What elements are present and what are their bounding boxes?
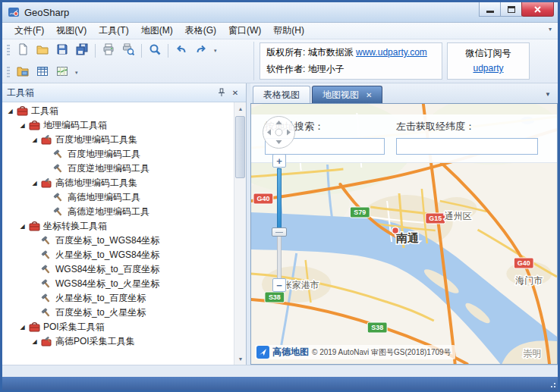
tree-item[interactable]: ◢高德地理编码工具集 <box>2 176 234 190</box>
map-pan-compass[interactable] <box>262 115 296 149</box>
zoom-in-button[interactable]: + <box>272 154 286 168</box>
map-label-haimen: 海门市 <box>515 275 543 286</box>
map-marker[interactable] <box>392 227 399 234</box>
tree-item[interactable]: 百度地理编码工具 <box>2 147 234 162</box>
tree-item-label: 高德逆地理编码工具 <box>65 205 149 218</box>
new-button[interactable] <box>14 42 32 59</box>
latlng-input[interactable] <box>396 138 538 155</box>
tree-expander-icon[interactable]: ◢ <box>17 122 27 129</box>
tree-item[interactable]: 火星坐标_to_WGS84坐标 <box>2 248 234 262</box>
tree-item[interactable]: 高德逆地理编码工具 <box>2 205 234 219</box>
tree-expander-icon[interactable]: ◢ <box>30 180 39 187</box>
new-icon <box>17 43 29 58</box>
save-button[interactable] <box>53 42 71 59</box>
tree-scrollbar[interactable]: ▲ ▼ <box>234 102 246 365</box>
search-button[interactable] <box>146 42 164 59</box>
copyright-card: 版权所有: 城市数据派 www.udparty.com 软件作者: 地理小子 <box>260 42 442 80</box>
wechat-label: 微信订阅号 <box>448 47 529 60</box>
tree-item[interactable]: 火星坐标_to_百度坐标 <box>2 291 234 306</box>
tree-item[interactable]: ◢高德POI采集工具集 <box>2 334 234 349</box>
menu-item-view[interactable]: 视图(V) <box>50 22 93 39</box>
close-icon <box>533 5 542 14</box>
print-button[interactable] <box>99 42 118 59</box>
titlebar: GeoSharp <box>2 2 558 23</box>
tab-map-view[interactable]: 地图视图 ✕ <box>312 86 382 103</box>
tree-item[interactable]: ◢百度地理编码工具集 <box>2 133 234 147</box>
tree-item[interactable]: WGS84坐标_to_百度坐标 <box>2 262 234 277</box>
toolbox-icon <box>27 322 41 332</box>
print-preview-button[interactable] <box>119 42 137 59</box>
copyright-link[interactable]: www.udparty.com <box>356 47 427 58</box>
minimize-button[interactable] <box>479 2 501 17</box>
toolbar-grip[interactable] <box>7 67 10 79</box>
tool-icon <box>39 236 53 246</box>
open-button[interactable] <box>33 42 52 59</box>
zoom-slider-fill <box>277 168 282 230</box>
toolbar-grip[interactable] <box>7 45 10 57</box>
copyright-label: 版权所有: <box>266 47 305 58</box>
tree-item-label: WGS84坐标_to_火星坐标 <box>53 278 159 290</box>
scroll-down-icon[interactable]: ▼ <box>234 353 246 365</box>
tree-expander-icon[interactable]: ◢ <box>30 136 39 143</box>
content-area: 工具箱 ✕ ◢工具箱◢地理编码工具箱◢百度地理编码工具集百度地理编码工具百度逆地… <box>2 83 558 365</box>
wechat-card: 微信订阅号 udparty <box>447 42 530 80</box>
toolset-icon <box>39 178 53 188</box>
tab-label: 表格视图 <box>263 89 300 102</box>
tree-item-label: 高德地理编码工具集 <box>53 177 137 190</box>
undo-icon <box>175 43 187 58</box>
menubar-overflow-chevron-icon[interactable]: ▾ <box>549 26 552 33</box>
toolbox-icon <box>27 221 41 231</box>
zoom-slider-thumb[interactable] <box>272 227 287 237</box>
scroll-up-icon[interactable]: ▲ <box>234 102 246 114</box>
scrollbar-thumb[interactable] <box>235 116 245 178</box>
map-view-icon <box>56 65 68 80</box>
tree-item[interactable]: 百度坐标_to_火星坐标 <box>2 306 234 320</box>
tree-item[interactable]: ◢POI采集工具箱 <box>2 320 234 334</box>
menu-item-map[interactable]: 地图(M) <box>135 22 179 39</box>
toolbar-dropdown-chevron-icon[interactable]: ▾ <box>72 70 81 76</box>
folder-map-button[interactable] <box>14 64 32 81</box>
toolbar-separator <box>95 44 96 58</box>
tree-expander-icon[interactable]: ◢ <box>17 324 27 331</box>
tree-expander-icon[interactable]: ◢ <box>30 338 39 345</box>
resize-grip[interactable] <box>549 381 556 388</box>
bottom-filler <box>2 365 558 377</box>
maximize-button[interactable] <box>500 2 522 17</box>
map-view-button[interactable] <box>53 64 71 81</box>
save-all-button[interactable] <box>73 42 91 59</box>
tree-item[interactable]: WGS84坐标_to_火星坐标 <box>2 277 234 291</box>
tree-expander-icon[interactable]: ◢ <box>17 223 27 230</box>
menu-item-tools[interactable]: 工具(T) <box>93 22 134 39</box>
tree-expander-icon[interactable]: ◢ <box>5 108 15 114</box>
app-window: GeoSharp 文件(F) 视图(V) 工具(T) 地图(M) 表格(G) 窗… <box>0 0 560 392</box>
tree-item[interactable]: 百度逆地理编码工具 <box>2 162 234 176</box>
menu-item-window[interactable]: 窗口(W) <box>222 22 267 39</box>
redo-button[interactable] <box>192 42 210 59</box>
tab-table-view[interactable]: 表格视图 <box>253 86 310 103</box>
tree-item[interactable]: ◢工具箱 <box>2 104 234 118</box>
tree-item[interactable]: ◢地理编码工具箱 <box>2 118 234 133</box>
tree-item-label: 百度坐标_to_WGS84坐标 <box>53 234 159 247</box>
panel-close-icon[interactable]: ✕ <box>229 86 241 99</box>
map-label-zhangjiagang: 张家港市 <box>283 280 319 290</box>
toolbar-dropdown-chevron-icon[interactable]: ▾ <box>211 48 220 54</box>
zoom-out-button[interactable]: − <box>272 278 286 292</box>
author-label: 软件作者: <box>266 64 305 74</box>
table-button[interactable] <box>33 64 52 81</box>
menu-item-file[interactable]: 文件(F) <box>8 22 50 39</box>
tool-icon <box>52 149 65 159</box>
tree-item[interactable]: 百度坐标_to_WGS84坐标 <box>2 234 234 248</box>
undo-button[interactable] <box>172 42 190 59</box>
tree-item[interactable]: 高德地理编码工具 <box>2 190 234 205</box>
toolbox-icon <box>27 121 41 130</box>
pin-icon[interactable] <box>216 86 228 99</box>
menu-item-help[interactable]: 帮助(H) <box>267 22 310 39</box>
wechat-link[interactable]: udparty <box>473 63 503 74</box>
tab-list-dropdown-icon[interactable]: ▼ <box>545 91 551 98</box>
menu-item-table[interactable]: 表格(G) <box>179 22 222 39</box>
tree-item-label: 地理编码工具箱 <box>41 119 107 132</box>
pan-center-icon <box>275 129 282 136</box>
tree-item[interactable]: ◢坐标转换工具箱 <box>2 219 234 234</box>
close-button[interactable] <box>521 2 554 17</box>
tab-close-icon[interactable]: ✕ <box>366 91 372 99</box>
